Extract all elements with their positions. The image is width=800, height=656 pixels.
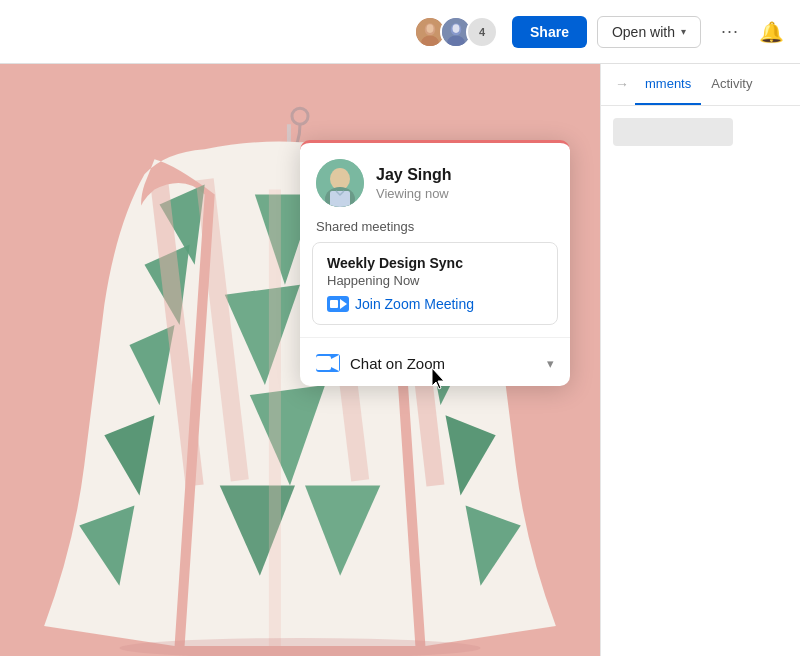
open-with-button[interactable]: Open with ▾ — [597, 16, 701, 48]
meeting-card: Weekly Design Sync Happening Now Join Zo… — [312, 242, 558, 325]
share-button[interactable]: Share — [512, 16, 587, 48]
more-options-button[interactable]: ··· — [711, 14, 749, 49]
zoom-camera-icon — [316, 354, 340, 372]
join-zoom-label: Join Zoom Meeting — [355, 296, 474, 312]
right-content — [601, 106, 800, 158]
toolbar: 4 Share Open with ▾ ··· 🔔 — [0, 0, 800, 64]
avatars-group: 4 — [414, 16, 498, 48]
more-icon: ··· — [721, 21, 739, 41]
chat-on-zoom-row[interactable]: Chat on Zoom ▾ — [300, 342, 570, 386]
popup-user-status: Viewing now — [376, 186, 452, 201]
svg-point-3 — [427, 24, 434, 33]
user-popup: Jay Singh Viewing now Shared meetings We… — [300, 140, 570, 386]
meeting-status: Happening Now — [327, 273, 543, 288]
chevron-down-icon: ▾ — [681, 26, 686, 37]
tab-comments[interactable]: mments — [635, 64, 701, 105]
back-arrow[interactable]: → — [609, 64, 635, 105]
popup-user-info: Jay Singh Viewing now — [376, 166, 452, 201]
zoom-icon — [327, 296, 349, 312]
image-area: Jay Singh Viewing now Shared meetings We… — [0, 64, 600, 656]
popup-header: Jay Singh Viewing now — [300, 143, 570, 219]
bell-icon: 🔔 — [759, 21, 784, 43]
meeting-title: Weekly Design Sync — [327, 255, 543, 271]
divider — [300, 337, 570, 338]
main-content: Jay Singh Viewing now Shared meetings We… — [0, 64, 800, 656]
svg-marker-38 — [331, 355, 339, 371]
dropdown-arrow-icon: ▾ — [547, 356, 554, 371]
popup-avatar[interactable] — [316, 159, 364, 207]
right-tabs: → mments Activity — [601, 64, 800, 106]
svg-rect-37 — [316, 356, 331, 370]
notifications-button[interactable]: 🔔 — [759, 20, 784, 44]
svg-point-7 — [453, 24, 460, 33]
popup-user-name: Jay Singh — [376, 166, 452, 184]
join-zoom-button[interactable]: Join Zoom Meeting — [327, 296, 474, 312]
tab-activity[interactable]: Activity — [701, 64, 762, 105]
chat-on-zoom-text: Chat on Zoom — [350, 355, 537, 372]
avatar-count[interactable]: 4 — [466, 16, 498, 48]
comment-input-bar[interactable] — [613, 118, 733, 146]
right-panel: → mments Activity — [600, 64, 800, 656]
shared-meetings-label: Shared meetings — [300, 219, 570, 242]
